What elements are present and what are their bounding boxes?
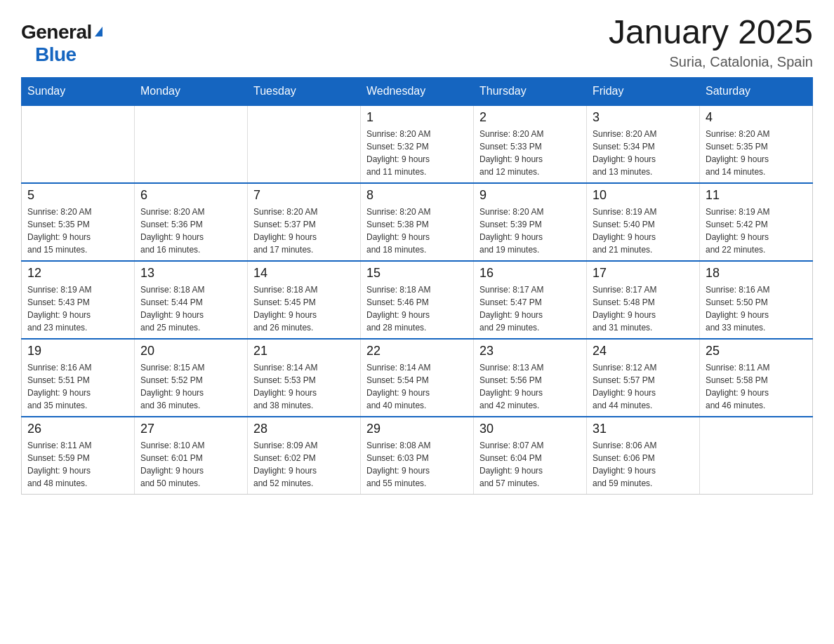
calendar-cell: 10Sunrise: 8:19 AMSunset: 5:40 PMDayligh… [587,183,700,261]
day-info: Sunrise: 8:14 AMSunset: 5:54 PMDaylight:… [366,361,468,412]
day-info: Sunrise: 8:14 AMSunset: 5:53 PMDaylight:… [253,361,355,412]
day-info: Sunrise: 8:20 AMSunset: 5:35 PMDaylight:… [706,128,807,178]
logo-blue-text: Blue [35,43,77,65]
page-header: General Blue January 2025 Suria, Catalon… [21,14,813,70]
day-number: 8 [366,188,468,203]
calendar-cell: 18Sunrise: 8:16 AMSunset: 5:50 PMDayligh… [700,261,813,339]
calendar-cell: 4Sunrise: 8:20 AMSunset: 5:35 PMDaylight… [700,105,813,183]
day-number: 6 [140,188,241,203]
day-number: 17 [593,266,694,281]
day-number: 20 [140,344,241,358]
day-number: 28 [253,422,355,436]
day-number: 23 [479,344,581,358]
calendar-cell: 22Sunrise: 8:14 AMSunset: 5:54 PMDayligh… [361,339,474,417]
calendar-week-5: 26Sunrise: 8:11 AMSunset: 5:59 PMDayligh… [22,417,813,495]
day-number: 2 [479,110,581,125]
day-number: 3 [593,110,694,125]
day-number: 24 [593,344,694,358]
calendar-cell: 12Sunrise: 8:19 AMSunset: 5:43 PMDayligh… [22,261,135,339]
calendar-cell: 25Sunrise: 8:11 AMSunset: 5:58 PMDayligh… [700,339,813,417]
calendar-cell: 23Sunrise: 8:13 AMSunset: 5:56 PMDayligh… [474,339,587,417]
day-info: Sunrise: 8:12 AMSunset: 5:57 PMDaylight:… [593,361,694,412]
day-number: 29 [366,422,468,436]
day-info: Sunrise: 8:20 AMSunset: 5:36 PMDaylight:… [140,206,241,256]
day-info: Sunrise: 8:18 AMSunset: 5:45 PMDaylight:… [253,283,355,334]
logo-general-text: General [21,21,92,43]
day-info: Sunrise: 8:20 AMSunset: 5:33 PMDaylight:… [479,128,581,178]
calendar-cell: 27Sunrise: 8:10 AMSunset: 6:01 PMDayligh… [135,417,248,495]
day-number: 21 [253,344,355,358]
day-info: Sunrise: 8:17 AMSunset: 5:48 PMDaylight:… [593,283,694,334]
day-info: Sunrise: 8:19 AMSunset: 5:43 PMDaylight:… [27,283,128,334]
calendar-cell [135,105,248,183]
day-info: Sunrise: 8:20 AMSunset: 5:39 PMDaylight:… [479,206,581,256]
day-number: 25 [706,344,807,358]
day-number: 27 [140,422,241,436]
calendar-cell [22,105,135,183]
day-number: 10 [593,188,694,203]
calendar-cell: 21Sunrise: 8:14 AMSunset: 5:53 PMDayligh… [248,339,361,417]
calendar-cell: 16Sunrise: 8:17 AMSunset: 5:47 PMDayligh… [474,261,587,339]
calendar-cell: 20Sunrise: 8:15 AMSunset: 5:52 PMDayligh… [135,339,248,417]
calendar-week-3: 12Sunrise: 8:19 AMSunset: 5:43 PMDayligh… [22,261,813,339]
day-info: Sunrise: 8:15 AMSunset: 5:52 PMDaylight:… [140,361,241,412]
calendar-cell: 30Sunrise: 8:07 AMSunset: 6:04 PMDayligh… [474,417,587,495]
calendar-header-thursday: Thursday [474,77,587,105]
day-number: 22 [366,344,468,358]
day-number: 9 [479,188,581,203]
calendar-cell: 19Sunrise: 8:16 AMSunset: 5:51 PMDayligh… [22,339,135,417]
day-info: Sunrise: 8:11 AMSunset: 5:59 PMDaylight:… [27,439,128,490]
day-info: Sunrise: 8:11 AMSunset: 5:58 PMDaylight:… [706,361,807,412]
logo: General Blue [21,21,102,66]
day-number: 13 [140,266,241,281]
calendar-week-2: 5Sunrise: 8:20 AMSunset: 5:35 PMDaylight… [22,183,813,261]
calendar-header-row: SundayMondayTuesdayWednesdayThursdayFrid… [22,77,813,105]
day-number: 30 [479,422,581,436]
day-number: 7 [253,188,355,203]
day-number: 11 [706,188,807,203]
day-number: 15 [366,266,468,281]
day-info: Sunrise: 8:20 AMSunset: 5:32 PMDaylight:… [366,128,468,178]
calendar-cell: 5Sunrise: 8:20 AMSunset: 5:35 PMDaylight… [22,183,135,261]
calendar-cell: 6Sunrise: 8:20 AMSunset: 5:36 PMDaylight… [135,183,248,261]
calendar-header-wednesday: Wednesday [361,77,474,105]
day-info: Sunrise: 8:20 AMSunset: 5:38 PMDaylight:… [366,206,468,256]
calendar-table: SundayMondayTuesdayWednesdayThursdayFrid… [21,77,813,495]
calendar-header-saturday: Saturday [700,77,813,105]
day-number: 16 [479,266,581,281]
calendar-cell: 7Sunrise: 8:20 AMSunset: 5:37 PMDaylight… [248,183,361,261]
day-number: 31 [593,422,694,436]
calendar-subtitle: Suria, Catalonia, Spain [609,54,813,70]
day-info: Sunrise: 8:10 AMSunset: 6:01 PMDaylight:… [140,439,241,490]
calendar-cell: 17Sunrise: 8:17 AMSunset: 5:48 PMDayligh… [587,261,700,339]
day-info: Sunrise: 8:20 AMSunset: 5:35 PMDaylight:… [27,206,128,256]
logo-triangle-icon [95,27,102,36]
day-info: Sunrise: 8:20 AMSunset: 5:37 PMDaylight:… [253,206,355,256]
calendar-header-sunday: Sunday [22,77,135,105]
calendar-cell: 1Sunrise: 8:20 AMSunset: 5:32 PMDaylight… [361,105,474,183]
day-number: 26 [27,422,128,436]
calendar-cell: 14Sunrise: 8:18 AMSunset: 5:45 PMDayligh… [248,261,361,339]
day-info: Sunrise: 8:19 AMSunset: 5:42 PMDaylight:… [706,206,807,256]
day-info: Sunrise: 8:09 AMSunset: 6:02 PMDaylight:… [253,439,355,490]
day-info: Sunrise: 8:18 AMSunset: 5:44 PMDaylight:… [140,283,241,334]
day-number: 12 [27,266,128,281]
day-info: Sunrise: 8:07 AMSunset: 6:04 PMDaylight:… [479,439,581,490]
calendar-cell [700,417,813,495]
day-number: 19 [27,344,128,358]
calendar-cell: 31Sunrise: 8:06 AMSunset: 6:06 PMDayligh… [587,417,700,495]
title-block: January 2025 Suria, Catalonia, Spain [609,14,813,70]
day-info: Sunrise: 8:18 AMSunset: 5:46 PMDaylight:… [366,283,468,334]
calendar-title: January 2025 [609,14,813,51]
day-info: Sunrise: 8:08 AMSunset: 6:03 PMDaylight:… [366,439,468,490]
day-info: Sunrise: 8:06 AMSunset: 6:06 PMDaylight:… [593,439,694,490]
day-info: Sunrise: 8:17 AMSunset: 5:47 PMDaylight:… [479,283,581,334]
calendar-cell: 29Sunrise: 8:08 AMSunset: 6:03 PMDayligh… [361,417,474,495]
calendar-cell: 24Sunrise: 8:12 AMSunset: 5:57 PMDayligh… [587,339,700,417]
calendar-cell: 8Sunrise: 8:20 AMSunset: 5:38 PMDaylight… [361,183,474,261]
day-number: 18 [706,266,807,281]
calendar-header-tuesday: Tuesday [248,77,361,105]
calendar-week-1: 1Sunrise: 8:20 AMSunset: 5:32 PMDaylight… [22,105,813,183]
calendar-cell: 9Sunrise: 8:20 AMSunset: 5:39 PMDaylight… [474,183,587,261]
day-info: Sunrise: 8:16 AMSunset: 5:50 PMDaylight:… [706,283,807,334]
